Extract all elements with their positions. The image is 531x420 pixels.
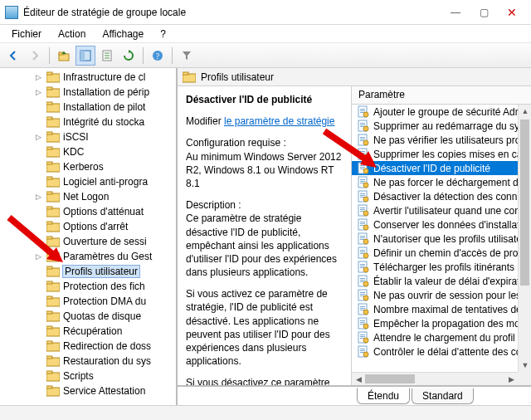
svg-rect-105 xyxy=(360,252,365,252)
tree-node[interactable]: ▷Infrastructure de cl xyxy=(0,70,176,85)
policy-row[interactable]: N'autoriser que les profils utilisateur xyxy=(352,232,518,246)
tree-node[interactable]: Quotas de disque xyxy=(0,309,176,324)
policy-row[interactable]: Conserver les données d'installation xyxy=(352,217,518,232)
refresh-button[interactable] xyxy=(119,46,139,66)
svg-rect-99 xyxy=(360,236,365,237)
policy-row[interactable]: Avertir l'utilisateur quand une conne xyxy=(352,203,518,217)
policy-row[interactable]: Supprimer les copies mises en cache xyxy=(352,147,518,161)
policy-row[interactable]: Définir un chemin d'accès de profil it xyxy=(352,246,518,260)
folder-icon xyxy=(46,355,60,367)
tree-node[interactable]: Options d'arrêt xyxy=(0,219,176,234)
svg-rect-100 xyxy=(360,237,365,238)
tab-extended[interactable]: Étendu xyxy=(357,388,410,404)
tree-node[interactable]: Restauration du sys xyxy=(0,354,176,369)
up-button[interactable] xyxy=(54,46,74,66)
svg-point-77 xyxy=(363,168,368,173)
forward-button[interactable] xyxy=(25,46,45,66)
tree-node[interactable]: ▷Installation de périp xyxy=(0,85,176,100)
policy-row[interactable]: Ne pas vérifier les utilisateurs proprié xyxy=(352,133,518,147)
modify-policy-link[interactable]: le paramètre de stratégie xyxy=(224,115,334,127)
menu-file[interactable]: Fichier xyxy=(5,27,48,42)
tree-node[interactable]: Récupération xyxy=(0,324,176,339)
svg-rect-12 xyxy=(46,102,52,105)
policy-row[interactable]: Ajouter le groupe de sécurité Admin xyxy=(352,105,518,119)
tree-node[interactable]: Kerberos xyxy=(0,159,176,174)
tree-node[interactable]: Protection DMA du xyxy=(0,294,176,309)
svg-rect-84 xyxy=(360,193,365,194)
folder-icon xyxy=(46,161,60,173)
back-button[interactable] xyxy=(3,46,23,66)
svg-rect-54 xyxy=(360,109,365,110)
svg-rect-119 xyxy=(360,292,365,293)
scroll-up-icon[interactable]: ▲ xyxy=(519,105,531,118)
close-button[interactable]: ✕ xyxy=(498,3,526,22)
folder-icon xyxy=(46,310,60,322)
policy-row[interactable]: Désactiver la détection des connexio xyxy=(352,189,518,203)
expander-icon[interactable]: ▷ xyxy=(33,133,43,141)
tree-node[interactable]: Intégrité du stocka xyxy=(0,115,176,129)
menu-action[interactable]: Action xyxy=(51,27,92,42)
policy-row[interactable]: Ne pas forcer le déchargement du R xyxy=(352,175,518,189)
tree-node[interactable]: Scripts xyxy=(0,369,176,383)
menu-help[interactable]: ? xyxy=(153,27,173,42)
tree[interactable]: ▷Infrastructure de cl▷Installation de pé… xyxy=(0,68,176,405)
policy-row[interactable]: Empêcher la propagation des modifi xyxy=(352,316,518,330)
tree-node[interactable]: Profils utilisateur xyxy=(0,264,176,279)
scroll-left-icon[interactable]: ◀ xyxy=(352,373,365,385)
scroll-right-icon[interactable]: ▶ xyxy=(504,373,518,385)
policy-row[interactable]: Ne pas ouvrir de session pour les util xyxy=(352,288,518,302)
horizontal-scrollbar[interactable]: ◀ ▶ xyxy=(352,372,518,385)
menu-view[interactable]: Affichage xyxy=(95,27,150,42)
tree-node[interactable]: Ouverture de sessi xyxy=(0,234,176,249)
tree-node[interactable]: Protection des fich xyxy=(0,279,176,294)
tree-node[interactable]: Redirection de doss xyxy=(0,339,176,354)
policy-icon xyxy=(357,303,370,316)
svg-rect-130 xyxy=(360,322,365,323)
folder-icon xyxy=(46,325,60,337)
folder-icon xyxy=(46,116,60,128)
column-header-label: Paramètre xyxy=(358,89,405,100)
tree-node[interactable]: KDC xyxy=(0,144,176,159)
policy-row[interactable]: Désactiver l'ID de publicité xyxy=(352,161,518,175)
scroll-thumb[interactable] xyxy=(520,120,529,286)
policy-row[interactable]: Supprimer au redémarrage du systèm xyxy=(352,119,518,133)
right-pane-header: Profils utilisateur xyxy=(178,68,531,86)
tree-node[interactable]: Service Attestation xyxy=(0,383,176,398)
tree-node[interactable]: ▷Net Logon xyxy=(0,189,176,204)
expander-icon[interactable]: ▷ xyxy=(33,73,43,81)
maximize-button[interactable]: ▢ xyxy=(470,3,498,22)
tree-node[interactable]: Logiciel anti-progra xyxy=(0,174,176,189)
vertical-scrollbar[interactable]: ▲ ▼ xyxy=(518,105,531,372)
expander-icon[interactable]: ▷ xyxy=(33,88,43,96)
policy-row[interactable]: Télécharger les profils itinérants sur xyxy=(352,260,518,274)
scroll-down-icon[interactable]: ▼ xyxy=(519,359,531,372)
export-list-button[interactable] xyxy=(97,46,117,66)
tree-node[interactable]: Options d'atténuat xyxy=(0,204,176,219)
svg-point-82 xyxy=(363,183,368,188)
policy-row[interactable]: Contrôler le délai d'attente des conte xyxy=(352,344,518,359)
policy-row[interactable]: Attendre le chargement du profil util xyxy=(352,330,518,344)
svg-rect-64 xyxy=(360,137,365,138)
minimize-button[interactable]: — xyxy=(441,3,470,22)
list-column-header[interactable]: Paramètre xyxy=(352,86,531,105)
policy-icon xyxy=(357,345,370,359)
filter-button[interactable] xyxy=(177,46,197,66)
tree-node[interactable]: ▷iSCSI xyxy=(0,129,176,144)
policy-label: Établir la valeur de délai d'expiration xyxy=(373,276,518,287)
help-button[interactable]: ? xyxy=(148,46,168,66)
policy-list[interactable]: Ajouter le groupe de sécurité AdminSuppr… xyxy=(352,105,518,372)
svg-rect-110 xyxy=(360,266,365,266)
hscroll-thumb[interactable] xyxy=(365,374,415,383)
policy-label: Supprimer les copies mises en cache xyxy=(373,149,518,160)
tree-node[interactable]: ▷Paramètres du Gest xyxy=(0,249,176,264)
tab-standard[interactable]: Standard xyxy=(412,388,474,404)
policy-row[interactable]: Établir la valeur de délai d'expiration xyxy=(352,274,518,288)
svg-rect-38 xyxy=(46,296,52,299)
show-hide-tree-button[interactable] xyxy=(76,46,95,66)
svg-rect-42 xyxy=(46,326,52,329)
expander-icon[interactable]: ▷ xyxy=(33,193,43,201)
expander-icon[interactable]: ▷ xyxy=(33,252,43,261)
tree-node[interactable]: Installation de pilot xyxy=(0,100,176,115)
tree-node-label: Installation de pilot xyxy=(63,101,145,113)
policy-row[interactable]: Nombre maximal de tentatives de d xyxy=(352,302,518,316)
